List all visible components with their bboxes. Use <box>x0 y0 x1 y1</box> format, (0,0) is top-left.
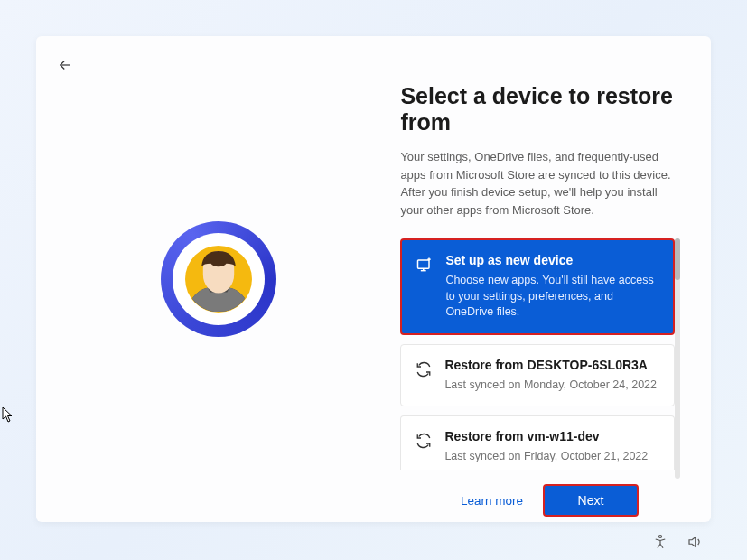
option-title: Restore from vm-w11-dev <box>444 429 659 443</box>
next-button-label: Next <box>578 493 604 508</box>
sync-icon <box>414 431 434 451</box>
accessibility-icon[interactable] <box>651 533 669 551</box>
page-subtitle: Your settings, OneDrive files, and frequ… <box>400 148 675 219</box>
option-desc: Last synced on Friday, October 21, 2022 <box>444 449 659 465</box>
scrollbar[interactable] <box>675 238 680 479</box>
taskbar-icons <box>651 533 704 551</box>
option-desc: Choose new apps. You'll still have acces… <box>445 273 658 321</box>
avatar-ring <box>161 221 276 337</box>
option-title: Restore from DESKTOP-6SL0R3A <box>444 358 659 372</box>
device-new-icon <box>415 255 434 275</box>
volume-icon[interactable] <box>686 533 704 551</box>
option-title: Set up as new device <box>445 253 658 267</box>
next-button[interactable]: Next <box>543 484 639 517</box>
page-title: Select a device to restore from <box>400 83 675 135</box>
sync-icon <box>414 359 434 379</box>
option-restore-desktop[interactable]: Restore from DESKTOP-6SL0R3A Last synced… <box>400 344 675 407</box>
scrollbar-thumb[interactable] <box>675 238 680 280</box>
svg-point-2 <box>659 536 662 538</box>
back-button[interactable] <box>52 52 78 78</box>
device-list: Set up as new device Choose new apps. Yo… <box>400 238 675 479</box>
illustration-pane <box>36 36 400 522</box>
svg-rect-1 <box>418 260 430 268</box>
learn-more-link[interactable]: Learn more <box>461 494 523 508</box>
avatar-icon <box>180 240 257 318</box>
option-desc: Last synced on Monday, October 24, 2022 <box>444 378 659 394</box>
option-restore-vm[interactable]: Restore from vm-w11-dev Last synced on F… <box>400 415 675 470</box>
mouse-cursor <box>2 406 14 423</box>
setup-panel: Select a device to restore from Your set… <box>36 36 711 522</box>
option-new-device[interactable]: Set up as new device Choose new apps. Yo… <box>400 238 675 335</box>
